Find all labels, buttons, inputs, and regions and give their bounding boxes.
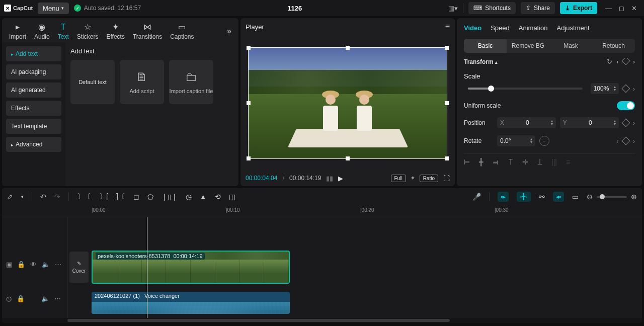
seg-basic[interactable]: Basic [464, 39, 507, 53]
subnav-add-text[interactable]: ▸Add text [6, 46, 61, 61]
crop2-icon[interactable]: ◫ [229, 193, 235, 201]
tab-captions[interactable]: ▭Captions [166, 20, 198, 42]
resize-handle[interactable] [247, 156, 251, 160]
resize-handle[interactable] [247, 46, 251, 50]
subnav-ai-generated[interactable]: AI generated [6, 83, 61, 98]
subnav-text-template[interactable]: Text template [6, 119, 61, 134]
reset-icon[interactable]: ↻ [607, 58, 612, 65]
video-clip[interactable]: pexels-koolshooters-8531378 00:00:14:19 [92, 251, 290, 284]
track-settings-icon[interactable]: ▣ [6, 261, 12, 268]
resize-handle[interactable] [247, 101, 251, 105]
tab-import[interactable]: ▸Import [5, 20, 30, 42]
refresh-icon[interactable]: ⟲ [215, 193, 221, 201]
resize-handle[interactable] [445, 46, 449, 50]
align-center-v-icon[interactable]: ✛ [522, 158, 528, 167]
expand-icon[interactable]: ⛶ [443, 175, 450, 182]
snap-back-icon[interactable]: ◂▪ [553, 192, 564, 202]
scale-value[interactable]: 100%▴▾ [591, 83, 619, 94]
rotate-dial-icon[interactable]: − [539, 136, 549, 146]
subnav-effects[interactable]: Effects [6, 101, 61, 116]
mic-icon[interactable]: 🎤 [472, 193, 481, 201]
seg-retouch[interactable]: Retouch [592, 39, 635, 53]
timeline-ruler[interactable]: |00:00 |00:10 |00:20 |00:30 [2, 205, 642, 217]
cover-button[interactable]: ✎ Cover [69, 252, 89, 283]
split-left-icon[interactable]: 〕[ [99, 192, 108, 201]
export-button[interactable]: ⤓ Export [560, 2, 597, 14]
split-icon[interactable]: 〕〔 [77, 192, 91, 201]
position-x[interactable]: X0▴▾ [497, 117, 556, 128]
mirror-icon[interactable]: ▲ [200, 193, 207, 201]
align-right-icon[interactable]: ⫤ [492, 158, 499, 167]
resize-handle[interactable] [346, 156, 350, 160]
track-settings-icon[interactable]: ◷ [6, 295, 12, 302]
full-button[interactable]: Full [391, 175, 406, 182]
more-icon[interactable]: ⋯ [54, 295, 61, 302]
uniform-scale-toggle[interactable] [617, 101, 635, 110]
shield-icon[interactable]: ⬠ [147, 193, 153, 201]
tab-transitions[interactable]: ⋈Transitions [129, 20, 166, 42]
player-canvas[interactable] [248, 47, 447, 159]
tracks-area[interactable]: ▣ 🔒 👁 🔈 ⋯ ◷ 🔒 🔈 ⋯ ✎ Cover pexels-koolsho… [2, 217, 642, 318]
mute-icon[interactable]: 🔈 [42, 261, 50, 268]
dropdown-icon[interactable]: ▾ [21, 194, 24, 199]
link-icon[interactable]: ⚯ [539, 193, 545, 201]
undo-icon[interactable]: ↶ [40, 193, 46, 201]
eye-icon[interactable]: 👁 [30, 261, 37, 268]
card-import-caption[interactable]: 🗀Import caption file [169, 60, 213, 104]
share-button[interactable]: ⇪ Share [521, 2, 555, 14]
minimize-icon[interactable]: — [605, 5, 612, 12]
zoom-slider[interactable] [597, 196, 627, 198]
split-right-icon[interactable]: ]〔 [116, 192, 125, 201]
rtab-video[interactable]: Video [464, 22, 481, 34]
seg-removebg[interactable]: Remove BG [507, 39, 549, 53]
frames-icon[interactable]: ❘▯❘ [162, 193, 178, 201]
align-top-icon[interactable]: ⟙ [508, 158, 513, 167]
lock-icon[interactable]: 🔒 [17, 295, 25, 302]
tab-audio[interactable]: ◉Audio [30, 20, 54, 42]
timeline-scrollbar[interactable] [2, 318, 642, 323]
tab-effects[interactable]: ✦Effects [102, 20, 128, 42]
rotate-value[interactable]: 0.0°▴▾ [497, 135, 535, 146]
tab-text[interactable]: TText [54, 21, 73, 42]
keyframe-next-icon[interactable]: › [633, 58, 635, 65]
shortcuts-button[interactable]: ⌨ Shortcuts [468, 2, 516, 14]
lock-icon[interactable]: 🔒 [17, 261, 25, 268]
menu-button[interactable]: Menu ▾ [38, 3, 69, 14]
mute-icon[interactable]: 🔈 [41, 295, 49, 302]
rtab-speed[interactable]: Speed [491, 22, 510, 34]
snap-front-icon[interactable]: ▪▸ [498, 192, 509, 202]
subnav-ai-packaging[interactable]: AI packaging [6, 64, 61, 79]
tab-stickers[interactable]: ☆Stickers [73, 20, 103, 42]
maximize-icon[interactable]: ◻ [619, 5, 624, 12]
align-bottom-icon[interactable]: ⟘ [537, 158, 542, 167]
speed-icon[interactable]: ◷ [186, 193, 192, 201]
resize-handle[interactable] [445, 156, 449, 160]
keyframe-icon[interactable] [621, 137, 630, 145]
focus-icon[interactable]: ⌖ [411, 174, 415, 182]
keyframe-prev-icon[interactable]: ‹ [616, 58, 618, 65]
playhead[interactable] [147, 217, 147, 318]
redo-icon[interactable]: ↷ [54, 193, 60, 201]
card-default-text[interactable]: Default text [70, 60, 115, 104]
keyframe-icon[interactable] [621, 58, 630, 65]
keyframe-icon[interactable] [621, 85, 630, 93]
play-icon[interactable]: ▶ [338, 175, 343, 182]
captions-toggle-icon[interactable]: ▭ [572, 193, 579, 201]
align-center-h-icon[interactable]: ╋ [479, 158, 483, 167]
subnav-advanced[interactable]: ▸Advanced [6, 137, 61, 152]
close-icon[interactable]: ✕ [631, 5, 637, 12]
more-icon[interactable]: ⋯ [55, 261, 61, 268]
ratio-button[interactable]: Ratio [420, 175, 438, 182]
seg-mask[interactable]: Mask [549, 39, 592, 53]
zoom-in-icon[interactable]: ⊕ [631, 193, 637, 201]
rtab-animation[interactable]: Animation [519, 22, 548, 34]
resize-handle[interactable] [346, 46, 350, 50]
pointer-icon[interactable]: ⬀ [7, 193, 13, 201]
distribute-v-icon[interactable]: ≡ [566, 158, 570, 167]
crop-icon[interactable]: ◻ [133, 193, 139, 201]
card-add-script[interactable]: 🗎Add script [120, 60, 164, 104]
keyframe-icon[interactable] [621, 119, 630, 127]
align-left-icon[interactable]: ⊨ [464, 158, 470, 167]
player-menu-icon[interactable]: ≡ [445, 22, 450, 31]
distribute-h-icon[interactable]: ||| [551, 158, 557, 167]
